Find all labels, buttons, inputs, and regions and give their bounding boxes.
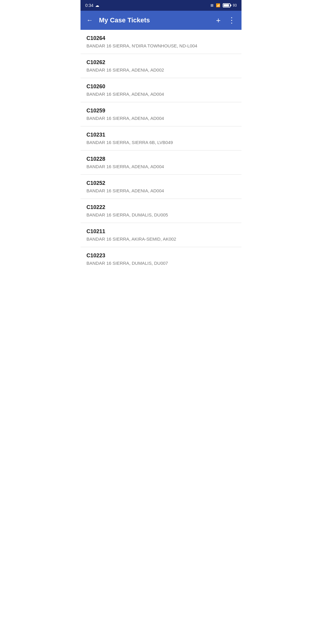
ticket-location: BANDAR 16 SIERRA, DUMALIS, DU005 xyxy=(86,212,236,217)
wifi-icon: 📶 xyxy=(216,3,220,7)
ticket-location: BANDAR 16 SIERRA, ADENIA, AD002 xyxy=(86,67,236,72)
cloud-icon: ☁ xyxy=(95,3,99,8)
battery-icon xyxy=(223,3,230,7)
more-options-button[interactable]: ⋮ xyxy=(227,15,237,25)
ticket-location: BANDAR 16 SIERRA, SIERRA 6B, LVB049 xyxy=(86,140,236,145)
status-bar: 0:34 ☁ ⊠ 📶 93 xyxy=(80,0,242,11)
ticket-id: C10211 xyxy=(86,228,236,235)
app-actions: + ⋮ xyxy=(215,15,237,25)
list-item[interactable]: C10222BANDAR 16 SIERRA, DUMALIS, DU005 xyxy=(80,199,242,223)
list-item[interactable]: C10231BANDAR 16 SIERRA, SIERRA 6B, LVB04… xyxy=(80,126,242,151)
list-item[interactable]: C10211BANDAR 16 SIERRA, AKIRA-SEMID, AK0… xyxy=(80,223,242,247)
list-item[interactable]: C10262BANDAR 16 SIERRA, ADENIA, AD002 xyxy=(80,54,242,78)
list-item[interactable]: C10228BANDAR 16 SIERRA, ADENIA, AD004 xyxy=(80,151,242,175)
ticket-id: C10259 xyxy=(86,108,236,114)
ticket-location: BANDAR 16 SIERRA, ADENIA, AD004 xyxy=(86,116,236,121)
ticket-location: BANDAR 16 SIERRA, DUMALIS, DU007 xyxy=(86,261,236,266)
list-item[interactable]: C10223BANDAR 16 SIERRA, DUMALIS, DU007 xyxy=(80,247,242,271)
ticket-location: BANDAR 16 SIERRA, ADENIA, AD004 xyxy=(86,92,236,97)
ticket-id: C10228 xyxy=(86,156,236,162)
status-time-area: 0:34 ☁ xyxy=(85,3,99,8)
ticket-location: BANDAR 16 SIERRA, ADENIA, AD004 xyxy=(86,188,236,193)
page-title: My Case Tickets xyxy=(99,16,210,24)
ticket-list: C10264BANDAR 16 SIERRA, N'DIRA TOWNHOUSE… xyxy=(80,30,242,271)
ticket-id: C10223 xyxy=(86,253,236,259)
list-item[interactable]: C10259BANDAR 16 SIERRA, ADENIA, AD004 xyxy=(80,102,242,126)
sim-icon: ⊠ xyxy=(210,3,213,7)
list-item[interactable]: C10252BANDAR 16 SIERRA, ADENIA, AD004 xyxy=(80,175,242,199)
add-ticket-button[interactable]: + xyxy=(215,15,222,25)
app-bar: ← My Case Tickets + ⋮ xyxy=(80,11,242,30)
ticket-id: C10262 xyxy=(86,59,236,66)
status-icons-area: ⊠ 📶 93 xyxy=(210,3,237,7)
ticket-id: C10222 xyxy=(86,204,236,210)
ticket-location: BANDAR 16 SIERRA, N'DIRA TOWNHOUSE, ND-L… xyxy=(86,43,236,48)
time-display: 0:34 xyxy=(85,3,93,8)
ticket-id: C10260 xyxy=(86,83,236,90)
battery-level: 93 xyxy=(233,3,237,7)
ticket-location: BANDAR 16 SIERRA, ADENIA, AD004 xyxy=(86,164,236,169)
ticket-id: C10264 xyxy=(86,35,236,41)
list-item[interactable]: C10264BANDAR 16 SIERRA, N'DIRA TOWNHOUSE… xyxy=(80,30,242,54)
ticket-id: C10252 xyxy=(86,180,236,186)
ticket-location: BANDAR 16 SIERRA, AKIRA-SEMID, AK002 xyxy=(86,236,236,242)
ticket-id: C10231 xyxy=(86,132,236,138)
back-button[interactable]: ← xyxy=(85,15,94,25)
list-item[interactable]: C10260BANDAR 16 SIERRA, ADENIA, AD004 xyxy=(80,78,242,102)
